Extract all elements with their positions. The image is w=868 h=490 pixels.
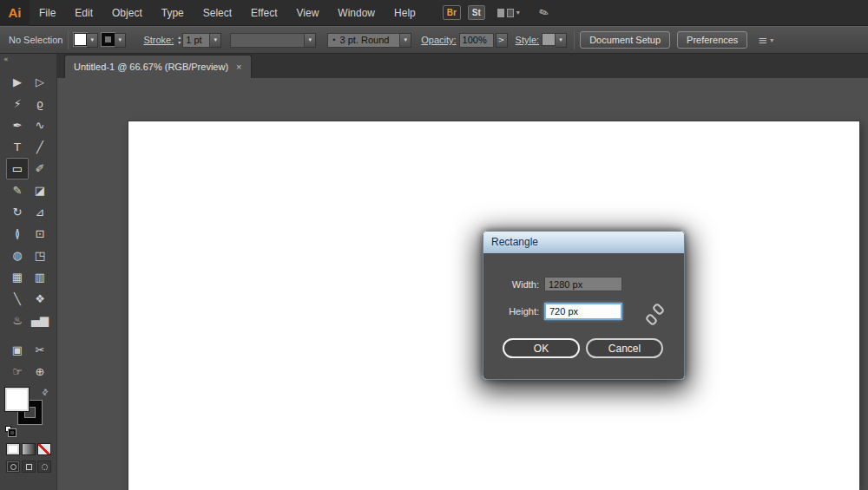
panel-collapse-button[interactable]: « xyxy=(0,54,56,65)
tool-icon: ▣ xyxy=(12,343,23,356)
opacity-flyout-button[interactable]: > xyxy=(496,33,508,48)
pen-tool[interactable]: ✒ xyxy=(6,114,29,136)
menu-effect[interactable]: Effect xyxy=(241,0,286,26)
arrange-documents-button[interactable]: ▾ xyxy=(497,9,520,17)
rectangle-tool[interactable]: ▭ xyxy=(6,158,29,180)
tool-icon: T xyxy=(14,140,21,154)
eyedropper-tool[interactable]: ╲ xyxy=(6,288,29,310)
type-tool[interactable]: T xyxy=(6,136,29,158)
tool-icon: ❖ xyxy=(35,292,45,305)
illustrator-window: Ai FileEditObjectTypeSelectEffectViewWin… xyxy=(0,0,868,490)
menu-help[interactable]: Help xyxy=(385,0,425,26)
gradient-button[interactable] xyxy=(22,443,36,455)
tool-icon: ∿ xyxy=(36,119,45,132)
symbol-sprayer-tool[interactable]: ♨ xyxy=(6,310,29,331)
direct-selection-tool[interactable]: ▷ xyxy=(29,71,51,93)
align-options-button[interactable]: ≡ ▾ xyxy=(758,34,773,47)
menu-window[interactable]: Window xyxy=(328,0,385,26)
color-button[interactable] xyxy=(6,443,20,455)
draw-inside-button[interactable] xyxy=(37,461,51,473)
document-setup-button[interactable]: Document Setup xyxy=(580,31,670,49)
hand-tool[interactable]: ☞ xyxy=(6,361,29,382)
lasso-tool[interactable]: ϱ xyxy=(29,93,51,114)
graphic-style-combo[interactable]: ▾ xyxy=(542,33,567,48)
height-input[interactable] xyxy=(544,303,622,320)
stroke-weight-input[interactable] xyxy=(182,33,210,48)
menu-file[interactable]: File xyxy=(30,0,65,26)
blend-tool[interactable]: ❖ xyxy=(29,288,51,310)
tool-icon: ⊿ xyxy=(36,206,45,219)
gradient-tool[interactable]: ▥ xyxy=(29,266,51,288)
free-transform-tool[interactable]: ⊡ xyxy=(29,223,51,245)
canvas[interactable] xyxy=(57,78,868,490)
mesh-tool[interactable]: ▦ xyxy=(6,266,29,288)
artboard-tool[interactable]: ▣ xyxy=(6,339,29,361)
tool-icon: ▶ xyxy=(13,75,22,88)
fill-color-picker[interactable]: ▾ xyxy=(74,33,98,48)
opacity-panel-link[interactable]: Opacity: xyxy=(421,35,456,45)
tool-icon: ϱ xyxy=(36,97,43,110)
pencil-tool[interactable]: ✎ xyxy=(6,180,29,201)
brush-definition-combo[interactable]: • 3 pt. Round ▾ xyxy=(327,33,411,48)
tools-panel: « ▶ ▷ ⚡ ϱ ✒ xyxy=(0,54,57,490)
tool-icon: ✐ xyxy=(36,162,45,175)
collapse-icon: « xyxy=(3,55,9,63)
style-panel-link[interactable]: Style: xyxy=(516,35,540,45)
menu-object[interactable]: Object xyxy=(102,0,152,26)
ok-button[interactable]: OK xyxy=(503,338,580,358)
opacity-input[interactable] xyxy=(459,33,494,48)
paintbrush-tool[interactable]: ✐ xyxy=(29,158,51,180)
height-label: Height: xyxy=(503,306,539,317)
dialog-body: Width: Height: OK Cancel xyxy=(483,253,684,379)
zoom-tool[interactable]: ⊕ xyxy=(29,361,51,382)
graphic-style-swatch xyxy=(542,33,556,46)
cancel-button[interactable]: Cancel xyxy=(586,338,663,358)
slice-tool[interactable]: ✂ xyxy=(29,339,51,361)
bridge-button[interactable]: Br xyxy=(443,5,461,20)
width-input[interactable] xyxy=(544,277,622,291)
perspective-grid-tool[interactable]: ◳ xyxy=(29,245,51,266)
preferences-button[interactable]: Preferences xyxy=(677,31,747,49)
eraser-tool[interactable]: ◪ xyxy=(29,180,51,201)
curvature-tool[interactable]: ∿ xyxy=(29,114,51,136)
selection-tool[interactable]: ▶ xyxy=(6,71,29,93)
chevron-down-icon[interactable]: ▾ xyxy=(210,33,221,48)
width-tool[interactable]: ≬ xyxy=(6,223,29,245)
default-fill-stroke-icon[interactable] xyxy=(5,426,17,436)
variable-width-profile-field xyxy=(230,33,305,48)
menu-select[interactable]: Select xyxy=(194,0,241,26)
draw-mode-buttons xyxy=(6,461,56,473)
document-tab[interactable]: Untitled-1 @ 66.67% (RGB/Preview) × xyxy=(64,55,252,78)
dialog-title-bar[interactable]: Rectangle xyxy=(483,232,684,253)
menu-type[interactable]: Type xyxy=(152,0,194,26)
divider xyxy=(68,30,69,49)
swap-fill-stroke-icon[interactable]: ⇄ xyxy=(40,387,50,397)
chevron-down-icon: ▾ xyxy=(305,33,316,48)
menu-edit[interactable]: Edit xyxy=(65,0,102,26)
none-button[interactable] xyxy=(37,443,51,455)
line-segment-tool[interactable]: ╱ xyxy=(29,136,51,158)
magic-wand-tool[interactable]: ⚡ xyxy=(6,93,29,114)
stroke-panel-link[interactable]: Stroke: xyxy=(143,35,174,45)
fill-color-swatch[interactable] xyxy=(5,388,29,411)
tool-icon: ▭ xyxy=(12,162,23,175)
draw-behind-button[interactable] xyxy=(22,461,36,473)
brush-thumbnail-icon: • xyxy=(332,36,336,44)
stock-button[interactable]: St xyxy=(468,5,485,20)
scale-tool[interactable]: ⊿ xyxy=(29,201,51,223)
constrain-proportions-icon[interactable] xyxy=(648,304,665,328)
close-icon[interactable]: × xyxy=(236,62,241,72)
stroke-weight-stepper[interactable]: ▴ ▾ xyxy=(178,35,181,45)
arrange-documents-icon xyxy=(507,9,514,17)
fill-swatch xyxy=(74,33,87,46)
tool-icon: ▄▆ xyxy=(31,314,49,327)
shape-builder-tool[interactable]: ◍ xyxy=(6,245,29,266)
chevron-down-icon: ▾ xyxy=(115,33,126,48)
stroke-color-picker[interactable]: ▾ xyxy=(102,33,126,48)
rotate-tool[interactable]: ↻ xyxy=(6,201,29,223)
menu-view[interactable]: View xyxy=(287,0,329,26)
selection-status: No Selection xyxy=(9,35,62,45)
draw-normal-button[interactable] xyxy=(6,461,20,473)
column-graph-tool[interactable]: ▄▆ xyxy=(29,310,51,331)
tool-icon: ▥ xyxy=(35,271,45,284)
